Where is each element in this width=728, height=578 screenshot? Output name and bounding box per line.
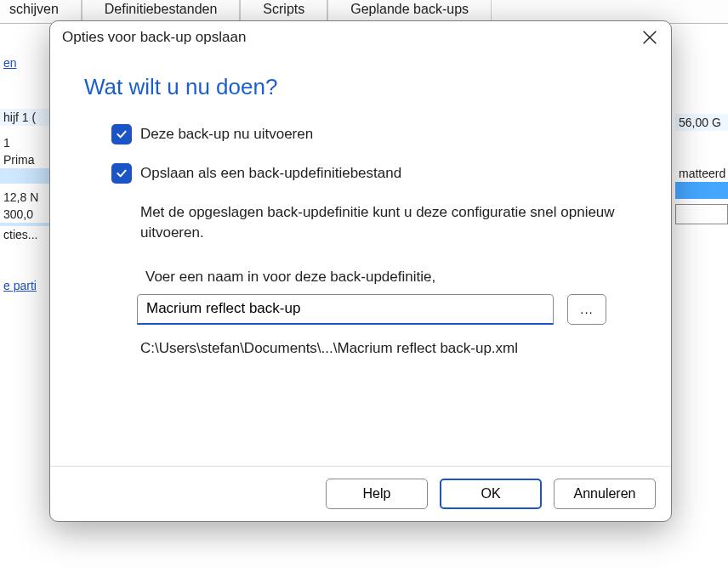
save-definition-checkbox[interactable] [111,163,132,184]
dialog-title: Opties voor back-up opslaan [62,29,246,46]
save-definition-row[interactable]: Opslaan als een back-updefinitiebestand [111,163,637,184]
name-input-row: ... [137,294,637,325]
dialog-titlebar: Opties voor back-up opslaan [50,21,671,50]
tab-scripts[interactable]: Scripts [240,0,327,23]
bg-size1: 12,8 N [0,189,53,206]
bg-left-fragments: en hijf 1 ( 1 Prima 12,8 N 300,0 cties..… [0,24,53,294]
run-now-row[interactable]: Deze back-up nu uitvoeren [111,124,637,144]
dialog-body: Wat wilt u nu doen? Deze back-up nu uitv… [50,50,671,466]
tab-scheduled[interactable]: Geplande back-ups [327,0,492,23]
bg-right-fragments: 56,00 G matteerd [675,24,728,224]
definition-name-input[interactable] [137,294,554,325]
bg-formatted: matteerd [675,165,728,182]
dialog-heading: Wat wilt u nu doen? [84,74,637,100]
bg-right-box [675,204,728,224]
bg-primary: Prima [0,151,53,168]
bg-gsize: 56,00 G [675,114,728,131]
bg-parti: e parti [0,277,53,294]
tab-definitions[interactable]: Definitiebestanden [82,0,241,23]
cancel-button[interactable]: Annuleren [554,479,656,509]
bg-right-selected [675,182,728,199]
bg-num: 1 [0,134,53,151]
definition-path: C:\Users\stefan\Documents\...\Macrium re… [140,340,637,357]
save-description: Met de opgeslagen back-updefinitie kunt … [140,202,617,243]
help-button[interactable]: Help [326,479,428,509]
close-icon[interactable] [640,28,659,47]
bg-disk-label: hijf 1 ( [0,109,53,126]
bg-link: en [0,54,53,71]
browse-button[interactable]: ... [567,294,606,325]
run-now-checkbox[interactable] [111,124,132,144]
run-now-label: Deze back-up nu uitvoeren [140,126,313,143]
save-backup-options-dialog: Opties voor back-up opslaan Wat wilt u n… [49,20,672,522]
dialog-footer: Help OK Annuleren [50,466,671,521]
ok-button[interactable]: OK [440,479,542,509]
name-field-label: Voer een naam in voor deze back-updefini… [145,269,637,286]
bg-actions: cties... [0,226,53,243]
bg-size2: 300,0 [0,206,53,223]
bg-selected-bar [0,168,53,184]
save-definition-label: Opslaan als een back-updefinitiebestand [140,165,401,182]
tab-disks[interactable]: schijven [0,0,82,23]
